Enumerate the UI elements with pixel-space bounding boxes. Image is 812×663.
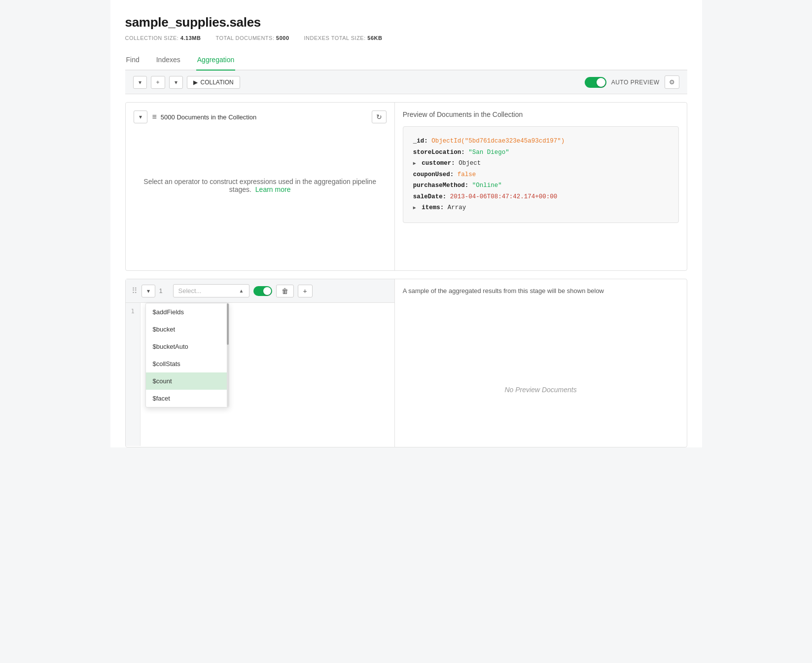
expand-arrow-icon[interactable]: ▶ [413,161,416,166]
dropdown-item-bucketauto[interactable]: $bucketAuto [146,338,229,355]
panel-header: ▾ ≡ 5000 Documents in the Collection ↻ [134,110,387,123]
items-field: ▶ items: Array [413,202,669,214]
coupon-field: couponUsed: false [413,169,669,181]
pipeline-panel: ▾ ≡ 5000 Documents in the Collection ↻ S… [126,103,395,270]
chevron-down-icon: ▾ [147,288,150,295]
chevron-down-icon: ▾ [139,79,141,86]
drag-handle-icon[interactable]: ⠿ [132,286,138,295]
add-stage-button[interactable]: + [151,76,165,89]
dropdown-arrow-button[interactable]: ▾ [169,76,183,89]
chevron-down-icon: ▾ [139,113,142,120]
dropdown-item-addfields[interactable]: $addFields [146,303,229,321]
stage-number: 1 [159,287,169,295]
docs-count-label: ≡ 5000 Documents in the Collection [152,112,257,121]
total-docs-label: TOTAL DOCUMENTS: 5000 [215,35,289,41]
collation-label: COLLATION [201,79,234,86]
preview-title: Preview of Documents in the Collection [403,110,679,118]
dropdown-scrollbar [227,303,229,407]
line-numbers: 1 [126,303,141,446]
bottom-panels: ⠿ ▾ 1 Select... ▲ 🗑 + [125,279,687,447]
stage-header: ⠿ ▾ 1 Select... ▲ 🗑 + [126,279,394,303]
stage-body: 1 $addFields $bucket $bucketAuto $collSt… [126,303,394,446]
learn-more-link[interactable]: Learn more [255,185,291,193]
collection-meta: COLLECTION SIZE: 4.13MB TOTAL DOCUMENTS:… [125,35,687,41]
tab-aggregation[interactable]: Aggregation [196,51,236,71]
trash-icon: 🗑 [282,287,288,295]
expand-arrow-items-icon[interactable]: ▶ [413,205,416,211]
delete-stage-button[interactable]: 🗑 [276,285,294,297]
dropdown-item-facet[interactable]: $facet [146,390,229,407]
triangle-right-icon: ▶ [193,79,198,86]
document-preview: _id: ObjectId("5bd761dcae323e45a93cd197"… [403,126,679,223]
customer-field: ▶ customer: Object [413,158,669,169]
stage-panel: ⠿ ▾ 1 Select... ▲ 🗑 + [126,279,395,447]
collation-button[interactable]: ▶ COLLATION [187,76,240,89]
empty-state: Select an operator to construct expressi… [134,131,387,240]
tab-bar: Find Indexes Aggregation [125,51,687,71]
page-header: sample_supplies.sales COLLECTION SIZE: 4… [125,15,687,41]
stage-results-panel: A sample of the aggregated results from … [395,279,687,447]
collection-size-label: COLLECTION SIZE: 4.13MB [125,35,201,41]
sale-date-field: saleDate: 2013-04-06T08:47:42.174+00:00 [413,191,669,203]
top-panels: ▾ ≡ 5000 Documents in the Collection ↻ S… [125,102,687,271]
main-content: ▾ ≡ 5000 Documents in the Collection ↻ S… [125,94,687,447]
preview-panel: Preview of Documents in the Collection _… [395,103,687,270]
store-field: storeLocation: "San Diego" [413,147,669,158]
stage-collapse-button[interactable]: ▾ [141,285,155,297]
purchase-field: purchaseMethod: "Online" [413,180,669,191]
empty-state-text: Select an operator to construct expressi… [134,178,387,193]
auto-preview-toggle[interactable] [585,77,606,88]
indexes-size-label: INDEXES TOTAL SIZE: 56KB [304,35,383,41]
plus-icon: + [156,79,160,86]
up-arrow-icon: ▲ [239,288,244,294]
dropdown-item-bucket[interactable]: $bucket [146,321,229,338]
operator-select[interactable]: Select... ▲ [173,284,249,297]
chevron-down-button[interactable]: ▾ [133,76,147,89]
stage-results-header: A sample of the aggregated results from … [403,287,604,295]
tab-find[interactable]: Find [125,51,141,71]
refresh-icon: ↻ [376,113,382,121]
dropdown-scrollbar-thumb [227,303,229,345]
settings-button[interactable]: ⚙ [665,75,679,89]
select-placeholder: Select... [178,287,202,295]
add-stage-after-button[interactable]: + [298,285,313,297]
page-title: sample_supplies.sales [125,15,687,30]
arrow-down-icon: ▾ [175,79,177,86]
toolbar: ▾ + ▾ ▶ COLLATION AUTO PREVIEW ⚙ [125,71,687,94]
stack-icon: ≡ [152,112,157,121]
dropdown-item-collstats[interactable]: $collStats [146,355,229,372]
tab-indexes[interactable]: Indexes [155,51,181,71]
plus-icon: + [303,287,307,295]
auto-preview-label: AUTO PREVIEW [611,79,660,86]
auto-preview-area: AUTO PREVIEW ⚙ [585,75,679,89]
operator-dropdown: $addFields $bucket $bucketAuto $collStat… [145,303,229,407]
no-preview-label: No Preview Documents [504,386,576,394]
id-field: _id: ObjectId("5bd761dcae323e45a93cd197"… [413,136,669,147]
refresh-button[interactable]: ↻ [372,110,387,123]
collapse-button[interactable]: ▾ [134,110,147,123]
stage-toggle[interactable] [253,286,272,296]
code-area[interactable]: $addFields $bucket $bucketAuto $collStat… [141,303,394,446]
gear-icon: ⚙ [669,78,675,86]
dropdown-item-count[interactable]: $count [146,372,229,390]
